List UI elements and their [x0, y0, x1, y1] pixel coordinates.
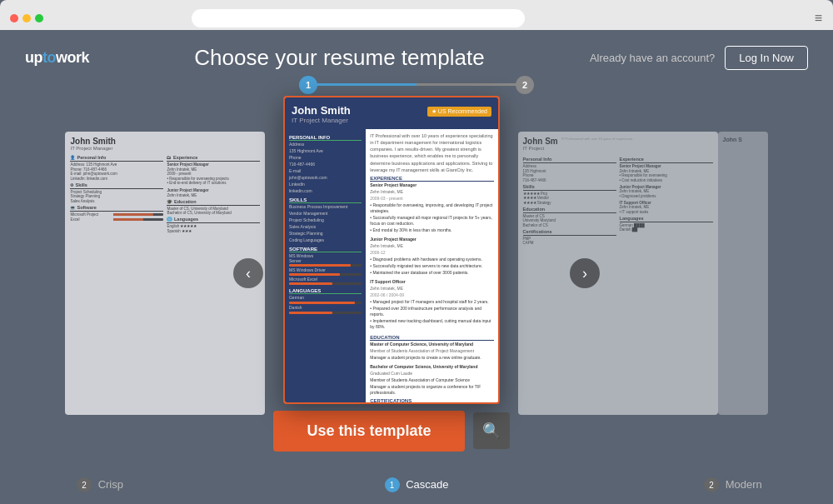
- progress-step-2: 2: [516, 76, 534, 94]
- cascade-main: IT Professional with over 10 years of ex…: [366, 129, 498, 404]
- crisp-name: John Smith: [70, 137, 260, 146]
- label-crisp: 2 Crisp: [50, 477, 150, 492]
- browser-chrome: ≡: [0, 0, 833, 30]
- main-area: uptowork Choose your resume template Alr…: [0, 30, 833, 504]
- dot-green: [35, 14, 43, 22]
- use-template-area: Use this template 🔍: [273, 411, 509, 452]
- cascade-body: Personal Info Address 135 Highmont Ave P…: [285, 129, 498, 404]
- label-modern: 2 Modern: [683, 477, 783, 492]
- page-title: Choose your resume template: [89, 45, 590, 71]
- template-modern[interactable]: John Sm IT Project IT Professional with …: [518, 132, 718, 415]
- logo: uptowork: [25, 49, 89, 67]
- bottom-bar: 2 Crisp 1 Cascade 2 Modern: [0, 474, 833, 496]
- template-far-right: John S: [718, 132, 768, 415]
- nav-right-button[interactable]: ›: [570, 258, 600, 288]
- crisp-number-badge: 2: [77, 477, 92, 492]
- account-text: Already have an account?: [590, 52, 715, 64]
- template-cascade[interactable]: John Smith IT Project Manager ★ US Recom…: [283, 96, 500, 404]
- cascade-number-badge: 1: [385, 477, 400, 492]
- use-template-button[interactable]: Use this template: [273, 411, 464, 452]
- us-recommended-badge: ★ US Recommended: [427, 107, 491, 117]
- progress-line: [308, 83, 525, 86]
- center-template-wrapper: John Smith IT Project Manager ★ US Recom…: [273, 96, 509, 452]
- login-button[interactable]: Log In Now: [725, 46, 808, 70]
- cascade-resume-title: IT Project Manager: [292, 117, 351, 124]
- progress-step-1: 1: [299, 76, 317, 94]
- browser-dots: [10, 14, 43, 22]
- crisp-jobtitle: IT Project Manager: [70, 146, 260, 151]
- zoom-button[interactable]: 🔍: [473, 412, 510, 449]
- dot-red: [10, 14, 18, 22]
- cascade-header: John Smith IT Project Manager ★ US Recom…: [285, 97, 498, 129]
- browser-menu-icon[interactable]: ≡: [815, 11, 823, 26]
- modern-number-badge: 2: [704, 477, 719, 492]
- cascade-resume-name: John Smith: [292, 104, 351, 117]
- dot-yellow: [22, 14, 31, 22]
- header-right: Already have an account? Log In Now: [590, 46, 808, 70]
- header: uptowork Choose your resume template Alr…: [0, 30, 833, 79]
- cascade-sidebar: Personal Info Address 135 Highmont Ave P…: [285, 129, 366, 404]
- url-bar[interactable]: [192, 9, 525, 27]
- zoom-icon: 🔍: [482, 422, 501, 440]
- carousel-area: ‹ John Smith IT Project Manager 👤 Person…: [0, 98, 833, 448]
- nav-left-button[interactable]: ‹: [233, 258, 263, 288]
- label-cascade: 1 Cascade: [367, 477, 466, 492]
